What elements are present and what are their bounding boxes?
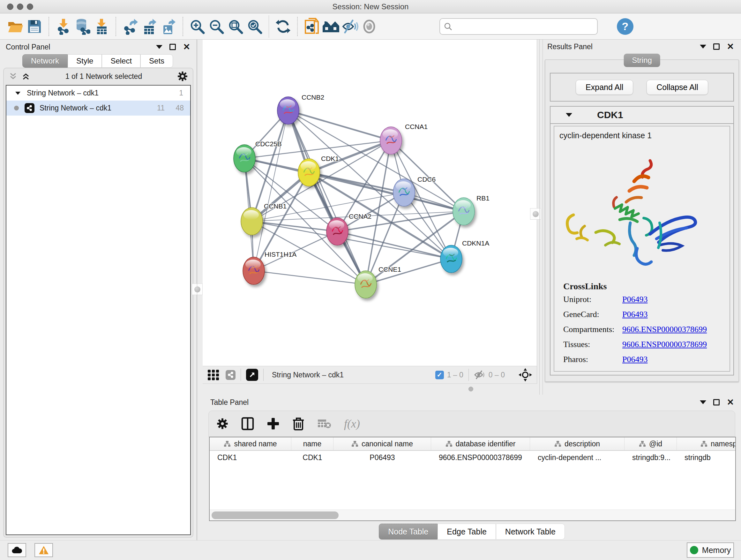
close-window-button[interactable] — [7, 3, 13, 10]
float-panel-icon[interactable] — [170, 44, 176, 50]
minimize-window-button[interactable] — [17, 3, 23, 10]
network-edge[interactable] — [288, 111, 366, 285]
column-header-description[interactable]: description — [530, 437, 624, 450]
node-table[interactable]: shared namenamecanonical namedatabase id… — [209, 437, 736, 521]
warning-status-button[interactable] — [35, 543, 53, 557]
table-settings-gear-icon[interactable] — [216, 418, 228, 430]
float-panel-icon[interactable] — [713, 399, 720, 406]
selected-checkbox-icon[interactable]: ✓ — [435, 371, 444, 379]
panel-menu-icon[interactable] — [700, 45, 706, 49]
expand-all-icon[interactable] — [22, 72, 30, 80]
memory-button[interactable]: Memory — [687, 543, 734, 558]
column-header-database-identifier[interactable]: database identifier — [431, 437, 530, 450]
table-row[interactable]: CDK1CDK1P064939606.ENSP00000378699cyclin… — [210, 451, 735, 464]
tab-string[interactable]: String — [623, 54, 660, 67]
zoom-fit-button[interactable] — [226, 17, 245, 37]
open-external-icon[interactable] — [246, 369, 258, 381]
expand-all-button[interactable]: Expand All — [576, 80, 633, 95]
string-home-button[interactable] — [321, 17, 340, 37]
tab-style[interactable]: Style — [68, 54, 102, 68]
network-edge[interactable] — [252, 221, 337, 232]
help-button[interactable]: ? — [617, 18, 633, 35]
table-cell[interactable]: 9606.ENSP00000378699 — [431, 451, 530, 464]
network-edge[interactable] — [309, 172, 464, 211]
crosslink-link[interactable]: 9606.ENSP00000378699 — [622, 340, 707, 349]
network-row-selected[interactable]: String Network – cdk1 11 48 — [6, 101, 190, 116]
network-node-cdc25b[interactable]: CDC25B — [233, 140, 282, 172]
network-node-hist1h1a[interactable]: HIST1H1A — [243, 251, 296, 285]
crosslink-link[interactable]: 9606.ENSP00000378699 — [622, 325, 707, 334]
crosslink-link[interactable]: P06493 — [622, 310, 648, 319]
add-column-plus-icon[interactable] — [267, 417, 280, 430]
table-cell[interactable]: CDK1 — [210, 451, 291, 464]
column-header-namespace[interactable]: namespace — [677, 437, 736, 450]
crosslink-link[interactable]: P06493 — [622, 355, 648, 364]
import-database-button[interactable] — [73, 17, 92, 37]
export-table-button[interactable] — [140, 17, 159, 37]
open-session-button[interactable] — [6, 17, 25, 37]
column-header-name[interactable]: name — [291, 437, 333, 450]
tab-network[interactable]: Network — [22, 54, 68, 68]
gene-collapse-icon[interactable] — [566, 113, 572, 117]
tab-edge-table[interactable]: Edge Table — [437, 523, 496, 540]
network-collection-row[interactable]: String Network – cdk1 1 — [6, 85, 190, 101]
close-panel-icon[interactable]: ✕ — [727, 43, 734, 51]
reposition-crosshair-icon[interactable] — [518, 368, 532, 382]
column-header-shared-name[interactable]: shared name — [210, 437, 291, 450]
table-cell[interactable]: cyclin-dependent ... — [530, 451, 624, 464]
search-input[interactable] — [452, 22, 593, 30]
crosslink-link[interactable]: P06493 — [622, 295, 648, 304]
maximize-window-button[interactable] — [27, 3, 33, 10]
string-network-icon[interactable] — [226, 370, 235, 380]
network-node-ccna1[interactable]: CCNA1 — [380, 123, 428, 154]
show-glass-button[interactable] — [360, 17, 379, 37]
network-edge[interactable] — [288, 111, 391, 140]
export-network-button[interactable] — [121, 17, 140, 37]
column-header--id[interactable]: @id — [624, 437, 677, 450]
tab-sets[interactable]: Sets — [140, 54, 173, 68]
zoom-in-button[interactable] — [188, 17, 207, 37]
table-cell[interactable]: CDK1 — [291, 451, 333, 464]
close-panel-icon[interactable]: ✕ — [727, 398, 734, 407]
collapse-all-button[interactable]: Collapse All — [647, 80, 708, 95]
collection-collapse-icon[interactable] — [15, 91, 20, 95]
network-edge[interactable] — [254, 271, 366, 285]
hide-glass-button[interactable] — [340, 17, 360, 37]
table-cell[interactable]: P06493 — [333, 451, 431, 464]
network-graph[interactable]: CCNB2CCNA1CDC25BCDK1CDC6RB1CCNB1CCNA2CDK… — [203, 40, 536, 365]
panel-divider[interactable] — [197, 40, 197, 540]
string-document-button[interactable] — [302, 17, 321, 37]
delete-column-trash-icon[interactable] — [292, 417, 305, 430]
horizontal-splitter-handle[interactable] — [468, 387, 473, 391]
zoom-selected-button[interactable] — [245, 17, 264, 37]
network-edge[interactable] — [254, 111, 288, 271]
hidden-eye-icon[interactable] — [474, 370, 485, 380]
panel-divider[interactable] — [539, 40, 540, 395]
tab-network-table[interactable]: Network Table — [496, 523, 565, 540]
show-columns-icon[interactable] — [241, 417, 254, 430]
scrollbar-thumb[interactable] — [212, 511, 339, 519]
left-splitter-handle[interactable] — [192, 284, 203, 295]
refresh-view-button[interactable] — [273, 17, 293, 37]
collapse-all-icon[interactable] — [9, 72, 17, 80]
panel-menu-icon[interactable] — [156, 45, 162, 49]
table-cell[interactable]: stringdb — [677, 451, 736, 464]
table-horizontal-scrollbar[interactable] — [210, 509, 735, 520]
tab-node-table[interactable]: Node Table — [379, 523, 437, 540]
float-panel-icon[interactable] — [713, 44, 720, 50]
network-node-cdc6[interactable]: CDC6 — [393, 176, 435, 206]
export-image-button[interactable] — [159, 17, 178, 37]
table-cell[interactable]: stringdb:9... — [624, 451, 677, 464]
network-node-ccne1[interactable]: CCNE1 — [355, 266, 401, 298]
close-panel-icon[interactable]: ✕ — [183, 43, 190, 51]
network-view-canvas[interactable]: CCNB2CCNA1CDC25BCDK1CDC6RB1CCNB1CCNA2CDK… — [203, 40, 537, 366]
network-node-rb1[interactable]: RB1 — [453, 194, 489, 225]
import-network-button[interactable] — [54, 17, 73, 37]
zoom-out-button[interactable] — [207, 17, 226, 37]
network-node-cdkn1a[interactable]: CDKN1A — [441, 240, 489, 273]
panel-menu-icon[interactable] — [700, 400, 706, 404]
tab-select[interactable]: Select — [102, 54, 140, 68]
gear-icon[interactable] — [178, 71, 188, 81]
cloud-status-button[interactable] — [8, 543, 26, 557]
import-table-button[interactable] — [92, 17, 111, 37]
